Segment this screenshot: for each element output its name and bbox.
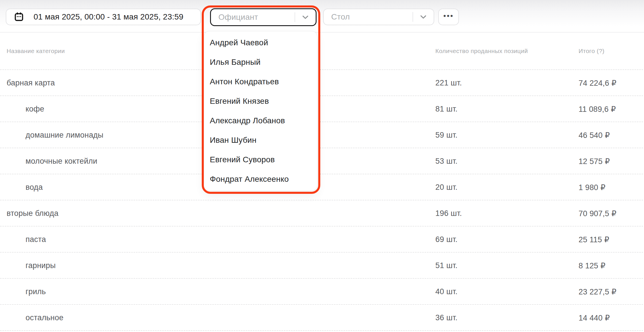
- table-filter-select[interactable]: Стол: [323, 9, 434, 25]
- ellipsis-icon: •••: [443, 12, 454, 22]
- category-name: паста: [7, 235, 435, 244]
- waiter-option[interactable]: Антон Кондратьев: [204, 73, 317, 91]
- table-row[interactable]: паста69 шт.25 115 ₽: [0, 226, 644, 253]
- date-range-value: 01 мая 2025, 00:00 - 31 мая 2025, 23:59: [24, 12, 193, 22]
- total-amount: 70 907,5 ₽: [579, 209, 644, 218]
- quantity-sold: 53 шт.: [435, 157, 579, 166]
- total-amount: 12 575 ₽: [579, 157, 644, 166]
- chevron-down-icon[interactable]: [295, 13, 316, 22]
- chevron-down-icon[interactable]: [413, 13, 434, 21]
- waiter-option[interactable]: Илья Барный: [204, 53, 317, 71]
- quantity-sold: 40 шт.: [435, 287, 579, 296]
- category-name: вторые блюда: [7, 209, 435, 218]
- table-row[interactable]: вторые блюда196 шт.70 907,5 ₽: [0, 200, 644, 226]
- quantity-sold: 20 шт.: [435, 183, 579, 192]
- waiter-dropdown-list: Андрей ЧаевойИлья БарныйАнтон Кондратьев…: [204, 31, 317, 191]
- waiter-filter-select[interactable]: Официант: [210, 8, 317, 26]
- waiter-option[interactable]: Евгений Суворов: [204, 151, 317, 169]
- quantity-sold: 51 шт.: [435, 261, 579, 270]
- table-header-row: Название категории Количество проданных …: [0, 32, 644, 70]
- table-row[interactable]: остальное36 шт.14 440 ₽: [0, 305, 644, 331]
- waiter-option[interactable]: Александр Лобанов: [204, 112, 317, 130]
- table-row[interactable]: гриль40 шт.23 227,5 ₽: [0, 279, 644, 305]
- table-row[interactable]: барная карта221 шт.74 224,6 ₽: [0, 70, 644, 96]
- total-amount: 25 115 ₽: [579, 235, 644, 244]
- table-row[interactable]: домашние лимонады59 шт.46 540 ₽: [0, 122, 644, 148]
- category-name: остальное: [7, 313, 435, 322]
- quantity-sold: 221 шт.: [435, 79, 579, 87]
- quantity-sold: 81 шт.: [435, 105, 579, 114]
- column-header-total[interactable]: Итого (?): [579, 48, 644, 54]
- total-amount: 23 227,5 ₽: [579, 287, 644, 296]
- column-header-quantity: Количество проданных позиций: [435, 48, 579, 54]
- category-name: гарниры: [7, 261, 435, 270]
- waiter-option[interactable]: Фондрат Алексеенко: [204, 170, 317, 188]
- category-sales-table: Название категории Количество проданных …: [0, 32, 644, 331]
- more-options-button[interactable]: •••: [438, 9, 459, 25]
- table-filter-placeholder: Стол: [324, 12, 413, 22]
- category-name: гриль: [7, 287, 435, 296]
- waiter-option[interactable]: Евгений Князев: [204, 92, 317, 110]
- quantity-sold: 59 шт.: [435, 131, 579, 140]
- date-range-picker[interactable]: 01 мая 2025, 00:00 - 31 мая 2025, 23:59: [6, 9, 201, 25]
- total-amount: 8 125 ₽: [579, 261, 644, 270]
- quantity-sold: 69 шт.: [435, 235, 579, 244]
- total-amount: 14 440 ₽: [579, 313, 644, 323]
- table-row[interactable]: молочные коктейли53 шт.12 575 ₽: [0, 148, 644, 174]
- waiter-option[interactable]: Андрей Чаевой: [204, 34, 317, 52]
- total-amount: 46 540 ₽: [579, 131, 644, 140]
- waiter-option[interactable]: Иван Шубин: [204, 131, 317, 149]
- table-row[interactable]: вода20 шт.1 980 ₽: [0, 174, 644, 200]
- calendar-icon: [14, 12, 24, 22]
- table-row[interactable]: гарниры51 шт.8 125 ₽: [0, 253, 644, 279]
- table-row[interactable]: кофе81 шт.11 089,6 ₽: [0, 96, 644, 122]
- total-amount: 74 224,6 ₽: [579, 79, 644, 88]
- quantity-sold: 196 шт.: [435, 209, 579, 218]
- total-amount: 1 980 ₽: [579, 183, 644, 192]
- waiter-filter-placeholder: Официант: [211, 13, 295, 22]
- total-amount: 11 089,6 ₽: [579, 105, 644, 114]
- quantity-sold: 36 шт.: [435, 313, 579, 322]
